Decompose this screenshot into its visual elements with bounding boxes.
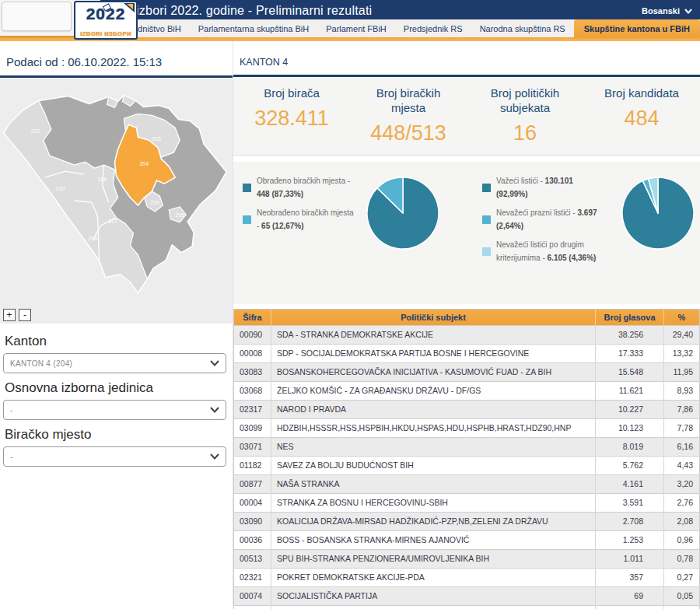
map-label-203: 203 (152, 136, 161, 142)
filter-select-kanton[interactable]: KANTON 4 (204) (3, 353, 226, 373)
tab-parlamentarna-skup-tina-bih[interactable]: Parlamentarna skupština BiH (190, 21, 317, 37)
votes-count: 62 (596, 606, 664, 609)
votes-percent: 7,78 (664, 419, 700, 438)
party-name: LIBERALNA STRANKA - LS BIH (271, 606, 596, 609)
votes-count: 11.621 (596, 382, 664, 401)
map-label-205: 205 (175, 212, 184, 218)
column-header-: % (664, 310, 700, 326)
tab-narodna-skup-tina-rs[interactable]: Narodna skupština RS (471, 21, 574, 37)
votes-count: 17.333 (596, 345, 664, 363)
votes-percent: 3,20 (664, 475, 700, 494)
map-label-201: 201 (31, 128, 40, 134)
ballots-legend: Važeći listići - 130.101 (92,99%)Nevažeć… (482, 174, 600, 304)
party-name: ŽELJKO KOMŠIĆ - ZA GRAĐANSKU DRŽAVU - DF… (271, 382, 596, 401)
filter-section: KantonKANTON 4 (204)Osnovna izborna jedi… (0, 324, 233, 467)
stat-broj-bira-kih-mjesta: Broj biračkih mjesta448/513 (350, 86, 467, 145)
stat-value: 16 (467, 121, 583, 145)
stat-value: 448/513 (350, 121, 467, 145)
votes-percent: 8,93 (664, 382, 700, 401)
stat-broj-politi-kih-subjekata: Broj političkih subjekata16 (467, 86, 583, 145)
votes-count: 5.762 (596, 457, 664, 475)
selected-value: - (10, 453, 13, 461)
chevron-down-icon (684, 9, 692, 14)
language-label: Bosanski (642, 6, 680, 16)
votes-count: 3.591 (596, 494, 664, 513)
results-panel: KANTON 4 Broj birača328.411Broj biračkih… (233, 41, 700, 605)
map-label-210: 210 (56, 186, 65, 191)
results-table: ŠifraPolitički subjektBroj glasova% 0009… (233, 309, 700, 609)
votes-count: 357 (596, 569, 664, 587)
stat-value: 484 (583, 107, 700, 131)
votes-count: 10.227 (596, 401, 664, 419)
ballots-pie-chart (621, 176, 695, 250)
votes-percent: 0,27 (664, 569, 700, 587)
chevron-down-icon (210, 407, 219, 413)
column-header-ifra: Šifra (234, 310, 271, 326)
legend-item: Neobrađeno biračkih mjesta - 65 (12,67%) (243, 206, 358, 233)
legend-swatch-icon (482, 247, 491, 256)
legend-item: Nevažeći prazni listići - 3.697 (2,64%) (482, 206, 600, 233)
language-selector[interactable]: Bosanski (642, 4, 692, 16)
legend-item: Važeći listići - 130.101 (92,99%) (482, 174, 600, 201)
table-row: 00008SDP - SOCIJALDEMOKRATSKA PARTIJA BO… (234, 345, 700, 363)
party-name: NES (271, 438, 596, 457)
party-code: 00004 (234, 494, 271, 513)
chevron-down-icon (210, 453, 219, 460)
top-left-area: 2022 IZBORI ИЗБОРИ (0, 0, 100, 36)
selected-value: - (10, 406, 13, 415)
table-row: 00004STRANKA ZA BOSNU I HERCEGOVINU-SBIH… (234, 494, 700, 513)
page: 2022 IZBORI ИЗБОРИ Opći izbori 2022. god… (0, 0, 700, 609)
map-container[interactable]: 201203204206210209205207208 + - (0, 78, 233, 324)
party-name: BOSS - BOSANSKA STRANKA-MIRNES AJANOVIĆ (271, 531, 596, 550)
party-name: SDP - SOCIJALDEMOKRATSKA PARTIJA BOSNE I… (271, 345, 596, 363)
party-name: SAVEZ ZA BOLJU BUDUĆNOST BIH (271, 457, 596, 475)
filter-select-osnovna-izborna-jedinica[interactable]: - (3, 400, 226, 420)
party-code: 01728 (234, 606, 271, 609)
votes-count: 69 (596, 587, 664, 606)
filter-label-bira-ko-mjesto: Biračko mjesto (5, 427, 226, 443)
legend-label: Obrađeno biračkih mjesta - 448 (87,33%) (257, 174, 358, 201)
legend-label: Važeći listići - 130.101 (92,99%) (496, 174, 600, 201)
main-nav: Predsjedništvo BiHParlamentarna skupštin… (100, 19, 700, 37)
votes-count: 8.019 (596, 438, 664, 457)
stat-label: Broj kandidata (583, 86, 700, 100)
party-code: 03068 (234, 382, 271, 401)
table-row: 01182SAVEZ ZA BOLJU BUDUĆNOST BIH5.7624,… (234, 457, 700, 475)
top-left-panel (2, 2, 72, 31)
votes-percent: 0,05 (664, 587, 700, 606)
map-zoom-out-button[interactable]: - (19, 309, 31, 321)
party-code: 00074 (234, 587, 271, 606)
app-logo[interactable]: 2022 IZBORI ИЗБОРИ (74, 1, 138, 40)
party-name: BOSANSKOHERCEGOVAČKA INICIJATIVA - KASUM… (271, 363, 596, 382)
votes-percent: 2,08 (664, 513, 700, 531)
map-zoom-in-button[interactable]: + (3, 309, 16, 321)
tab-skup-tine-kantona-u-fbih[interactable]: Skupštine kantona u FBiH (574, 19, 700, 37)
table-row: 00090SDA - STRANKA DEMOKRATSKE AKCIJE38.… (234, 326, 700, 345)
filter-label-kanton: Kanton (5, 334, 226, 349)
stat-label: Broj biračkih mjesta (350, 86, 467, 115)
stat-broj-kandidata: Broj kandidata484 (583, 86, 700, 145)
votes-count: 1.011 (596, 550, 664, 569)
chevron-down-icon (210, 360, 219, 366)
party-name: HDZBIH,HSSSR,HSS,HSPBIH,HKDU,HSPAS,HDU,H… (271, 419, 596, 438)
party-code: 00513 (234, 550, 271, 569)
party-code: 02317 (234, 401, 271, 419)
party-name: NAŠA STRANKA (271, 475, 596, 494)
polling-stations-legend: Obrađeno biračkih mjesta - 448 (87,33%)N… (243, 174, 358, 304)
map-zoom-controls: + - (3, 309, 31, 321)
legend-label: Neobrađeno biračkih mjesta - 65 (12,67%) (257, 206, 358, 233)
legend-label: Nevažeći prazni listići - 3.697 (2,64%) (496, 206, 600, 233)
selected-value: KANTON 4 (204) (10, 359, 72, 368)
table-row: 03071NES8.0196,16 (234, 438, 700, 457)
tab-parlament-fbih[interactable]: Parlament FBiH (317, 21, 395, 37)
bih-cantons-map[interactable]: 201203204206210209205207208 (0, 78, 233, 324)
votes-percent: 2,76 (664, 494, 700, 513)
legend-item: Nevažeći listići po drugim kriterijumima… (482, 238, 600, 264)
charts-row: Obrađeno biračkih mjesta - 448 (87,33%)N… (233, 162, 700, 304)
filter-select-bira-ko-mjesto[interactable]: - (3, 446, 226, 467)
votes-count: 1.253 (596, 531, 664, 550)
top-header: 2022 IZBORI ИЗБОРИ Opći izbori 2022. god… (0, 0, 700, 36)
votes-percent: 0,78 (664, 550, 700, 569)
tab-predsjednik-rs[interactable]: Predsjednik RS (395, 21, 471, 37)
party-name: SPU BIH-STRANKA PENZIONERA/UMIROVLJENIKA… (271, 550, 596, 569)
